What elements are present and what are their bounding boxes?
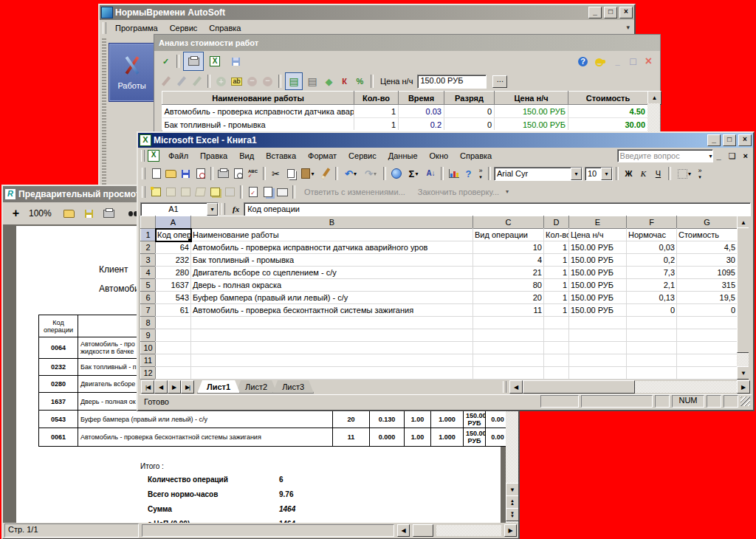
track-changes-icon[interactable]: ✓: [246, 186, 260, 199]
maximize-button[interactable]: □: [723, 134, 736, 146]
menu-programma[interactable]: Программа: [109, 21, 164, 35]
cell[interactable]: 150.00 РУБ: [569, 267, 627, 279]
hscroll-right-button[interactable]: ▶: [737, 380, 750, 394]
remove-all-icon[interactable]: −: [261, 75, 275, 88]
insert-function-icon[interactable]: fx: [230, 205, 242, 213]
cell[interactable]: 543: [156, 292, 191, 304]
row-header[interactable]: 7: [141, 304, 156, 317]
undo-icon[interactable]: ↶▾: [341, 168, 360, 180]
calc-icon[interactable]: ◆: [322, 75, 336, 88]
doc-close-button[interactable]: ×: [740, 151, 752, 160]
col-grade[interactable]: Разряд: [444, 92, 495, 105]
page-down-button[interactable]: ▼▼: [506, 508, 518, 521]
cell[interactable]: 1637: [156, 279, 191, 292]
underline-button[interactable]: Ч: [651, 168, 665, 180]
doc-restore-button[interactable]: ❏: [725, 151, 740, 161]
cell[interactable]: 1: [544, 254, 569, 267]
panel-minimize-icon[interactable]: _: [611, 55, 625, 68]
open-icon[interactable]: [164, 168, 178, 180]
minimize-button[interactable]: _: [707, 134, 721, 146]
page-up-button[interactable]: ▲▲: [506, 495, 518, 509]
show-all-comments-icon[interactable]: [208, 186, 222, 199]
print-icon[interactable]: [102, 207, 116, 220]
cell[interactable]: [156, 354, 191, 367]
col-header-C[interactable]: C: [473, 216, 544, 229]
hscroll-thumb[interactable]: [413, 524, 433, 537]
menu-help[interactable]: Справка: [454, 149, 498, 162]
previous-comment-icon[interactable]: [164, 186, 178, 199]
panel-close-icon[interactable]: ×: [642, 55, 656, 68]
format-painter-icon[interactable]: [318, 168, 332, 180]
row-header[interactable]: 3: [141, 254, 156, 267]
chevron-down-icon[interactable]: ▾: [207, 203, 218, 216]
col-cost[interactable]: Стоимость: [568, 92, 648, 105]
hscroll-left-button[interactable]: ◀: [397, 524, 410, 537]
menu-view[interactable]: Вид: [233, 149, 260, 162]
row-header[interactable]: 4: [141, 267, 156, 279]
help-icon[interactable]: ?: [461, 168, 475, 180]
cell[interactable]: 10: [473, 241, 544, 254]
menu-data[interactable]: Данные: [382, 149, 424, 162]
excel-titlebar[interactable]: X Microsoft Excel - Книга1 _ □ ×: [138, 133, 753, 148]
help-icon[interactable]: ?: [576, 55, 590, 68]
price-input[interactable]: 150.00 РУБ: [417, 75, 487, 89]
sort-ascending-icon[interactable]: А↓: [424, 168, 438, 180]
refresh-icon[interactable]: ✓: [159, 55, 173, 68]
col-rate[interactable]: Цена н/ч: [495, 92, 568, 105]
menu-grip[interactable]: [103, 22, 106, 34]
paste-icon[interactable]: ▾: [298, 168, 317, 180]
new-icon[interactable]: [149, 168, 163, 180]
new-comment-icon[interactable]: [149, 186, 163, 199]
resize-grip[interactable]: [740, 396, 750, 406]
cell[interactable]: Цена н/ч: [569, 229, 627, 241]
cell[interactable]: 1: [544, 279, 569, 292]
cell[interactable]: [156, 367, 191, 380]
preview-hscrollbar[interactable]: [436, 525, 501, 536]
cell[interactable]: 7,3: [627, 267, 677, 279]
key-icon[interactable]: [591, 55, 609, 68]
italic-button[interactable]: К: [636, 168, 650, 180]
view-list-icon[interactable]: ▤: [304, 73, 320, 89]
menu-file[interactable]: Файл: [162, 149, 194, 162]
tool-green-icon[interactable]: [190, 75, 204, 88]
doc-minimize-button[interactable]: _: [713, 151, 725, 160]
borders-icon[interactable]: ▾: [674, 168, 695, 180]
cell[interactable]: 4: [473, 254, 544, 267]
hscroll-left-button[interactable]: ◀: [509, 380, 523, 394]
row-header[interactable]: 9: [141, 329, 156, 342]
cell[interactable]: [156, 317, 191, 329]
cell[interactable]: 150.00 РУБ: [569, 279, 627, 292]
row-header[interactable]: 6: [141, 292, 156, 304]
cell[interactable]: 315: [677, 279, 738, 292]
save-icon[interactable]: [82, 207, 96, 220]
col-qty[interactable]: Кол-во: [354, 92, 399, 105]
menu-tools[interactable]: Сервис: [343, 149, 382, 162]
menu-spravka[interactable]: Справка: [203, 21, 247, 35]
print-icon[interactable]: [216, 168, 230, 180]
col-header-A[interactable]: A: [156, 216, 191, 229]
merge-workbooks-icon[interactable]: [261, 186, 275, 199]
tool-red-icon[interactable]: [159, 75, 173, 88]
row-header[interactable]: 10: [141, 342, 156, 354]
row-header[interactable]: 1: [141, 229, 156, 241]
row-header[interactable]: 2: [141, 241, 156, 254]
previous-sheet-button[interactable]: ◀: [154, 380, 168, 394]
cut-icon[interactable]: ✂: [269, 168, 283, 180]
zoom-tool-icon[interactable]: +: [9, 207, 23, 220]
col-header-E[interactable]: E: [569, 216, 627, 229]
cell[interactable]: Стоимость: [677, 229, 738, 241]
first-sheet-button[interactable]: |◀: [141, 380, 154, 394]
menu-window[interactable]: Окно: [424, 149, 455, 162]
toolbar-options-icon[interactable]: »▾: [695, 168, 704, 180]
cell[interactable]: Дверь - полная окраска: [191, 279, 473, 292]
next-sheet-button[interactable]: ▶: [168, 380, 181, 394]
cell[interactable]: 80: [473, 279, 544, 292]
maximize-button[interactable]: □: [604, 7, 617, 18]
chevron-down-icon[interactable]: ▾: [506, 189, 509, 195]
cell[interactable]: 150.00 РУБ: [569, 304, 627, 317]
analysis-panel-titlebar[interactable]: Анализ стоимости работ: [154, 35, 660, 51]
show-ink-icon[interactable]: [223, 186, 237, 199]
zoom-level[interactable]: 100%: [29, 208, 52, 219]
cell[interactable]: 20: [473, 292, 544, 304]
print-button[interactable]: [183, 52, 204, 71]
